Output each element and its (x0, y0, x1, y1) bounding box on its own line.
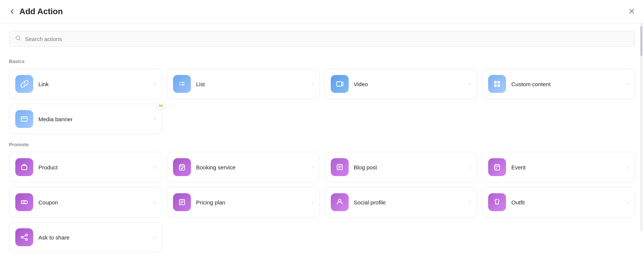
media-banner-chevron: › (154, 116, 156, 122)
search-input[interactable] (25, 36, 629, 42)
scrollbar-thumb (640, 26, 643, 56)
svg-rect-2 (181, 82, 185, 83)
link-chevron: › (154, 81, 156, 87)
ask-to-share-chevron: › (154, 234, 156, 240)
crown-badge (157, 101, 165, 109)
promote-grid-row3: Ask to share › (9, 222, 635, 253)
custom-content-chevron: › (627, 81, 629, 87)
svg-rect-11 (22, 166, 27, 170)
outfit-icon (488, 193, 506, 211)
booking-service-chevron: › (312, 164, 314, 170)
svg-rect-9 (497, 84, 500, 87)
pricing-plan-label: Pricing plan (196, 199, 312, 206)
blog-post-icon (331, 158, 349, 176)
coupon-label: Coupon (38, 199, 154, 206)
video-chevron: › (469, 81, 471, 87)
action-card-ask-to-share[interactable]: Ask to share › (9, 222, 162, 253)
social-profile-label: Social profile (354, 199, 469, 206)
outfit-chevron: › (627, 199, 629, 205)
svg-rect-15 (496, 168, 497, 169)
list-chevron: › (312, 81, 314, 87)
svg-point-17 (23, 202, 24, 203)
action-card-booking-service[interactable]: Booking service › (167, 152, 320, 182)
booking-service-icon (173, 158, 191, 176)
action-card-custom-content[interactable]: Custom content › (482, 69, 635, 99)
media-banner-icon (15, 110, 33, 128)
coupon-icon (15, 193, 33, 211)
action-card-pricing-plan[interactable]: Pricing plan › (167, 187, 320, 217)
coupon-chevron: › (154, 199, 156, 205)
svg-rect-5 (337, 82, 342, 86)
basics-grid-row2: Media banner › (9, 104, 635, 134)
list-icon (173, 75, 191, 93)
product-chevron: › (154, 164, 156, 170)
content-area: Basics Link › (0, 50, 644, 260)
svg-rect-12 (179, 165, 185, 170)
action-card-link[interactable]: Link › (9, 69, 162, 99)
scrollbar-track[interactable] (640, 22, 643, 231)
back-button[interactable] (9, 8, 16, 15)
custom-content-label: Custom content (511, 81, 627, 87)
basics-grid: Link › List › (9, 69, 635, 99)
event-icon (488, 158, 506, 176)
action-card-social-profile[interactable]: Social profile › (324, 187, 478, 217)
svg-rect-14 (494, 165, 500, 170)
search-input-wrap (9, 31, 635, 47)
booking-service-label: Booking service (196, 164, 312, 170)
modal-header: Add Action ✕ (0, 0, 644, 24)
action-card-event[interactable]: Event › (482, 152, 635, 182)
list-label: List (196, 81, 312, 87)
action-card-video[interactable]: Video › (324, 69, 478, 99)
ask-to-share-icon (15, 228, 33, 246)
action-card-media-banner[interactable]: Media banner › (9, 104, 162, 134)
pricing-plan-chevron: › (312, 199, 314, 205)
svg-rect-1 (179, 82, 180, 83)
page-title: Add Action (19, 7, 63, 16)
video-label: Video (354, 81, 469, 87)
event-label: Event (511, 164, 627, 170)
action-card-outfit[interactable]: Outfit › (482, 187, 635, 217)
social-profile-chevron: › (469, 199, 471, 205)
custom-content-icon (488, 75, 506, 93)
svg-rect-8 (494, 84, 497, 87)
action-card-blog-post[interactable]: Blog post › (324, 152, 478, 182)
video-icon (331, 75, 349, 93)
link-icon (15, 75, 33, 93)
svg-point-22 (21, 236, 23, 238)
svg-rect-6 (494, 81, 497, 84)
svg-rect-7 (497, 81, 500, 84)
close-button[interactable]: ✕ (628, 7, 635, 16)
product-label: Product (38, 164, 154, 170)
svg-rect-10 (21, 117, 27, 121)
search-bar (0, 24, 644, 50)
blog-post-chevron: › (469, 164, 471, 170)
section-label-basics: Basics (9, 59, 635, 64)
event-chevron: › (627, 164, 629, 170)
search-icon (15, 35, 21, 43)
svg-point-21 (26, 239, 28, 241)
svg-rect-4 (181, 84, 185, 85)
outfit-label: Outfit (511, 199, 627, 206)
svg-point-20 (26, 234, 28, 236)
product-icon (15, 158, 33, 176)
pricing-plan-icon (173, 193, 191, 211)
svg-rect-3 (179, 84, 180, 85)
add-action-modal: Add Action ✕ Basics (0, 0, 644, 260)
section-label-promote: Promote (9, 142, 635, 147)
promote-grid-row2: Coupon › Pricing plan › (9, 187, 635, 217)
action-card-coupon[interactable]: Coupon › (9, 187, 162, 217)
social-profile-icon (331, 193, 349, 211)
action-card-list[interactable]: List › (167, 69, 320, 99)
media-banner-label: Media banner (38, 116, 154, 122)
promote-grid-row1: Product › Booking service › (9, 152, 635, 182)
blog-post-label: Blog post (354, 164, 469, 170)
link-label: Link (38, 81, 154, 87)
ask-to-share-label: Ask to share (38, 234, 154, 241)
action-card-product[interactable]: Product › (9, 152, 162, 182)
